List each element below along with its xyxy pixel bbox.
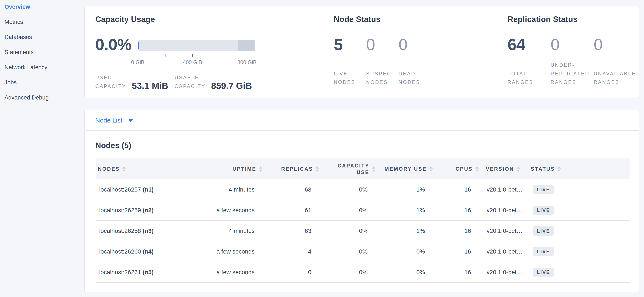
column-label-nodes: NODES — [98, 166, 120, 172]
column-header-version[interactable]: VERSION — [481, 159, 524, 179]
sort-icon[interactable] — [429, 166, 433, 172]
total-ranges-stat: 64 TOTAL RANGES — [508, 38, 548, 86]
column-header-status[interactable]: STATUS — [524, 159, 630, 179]
dead-nodes-stat: 0 DEAD NODES — [398, 38, 431, 86]
capacity-use-cell: 0% — [322, 179, 378, 200]
column-label-replicas: REPLICAS — [281, 166, 313, 172]
sort-icon[interactable] — [316, 166, 319, 172]
capacity-usage-section: Capacity Usage 0.0% 0 GiB 400 GiB 800 Gi… — [95, 15, 334, 98]
replicas-cell: 61 — [265, 200, 322, 221]
table-row-node-1[interactable]: localhost:26257 (n1) 4 minutes 63 0% 1% … — [96, 179, 630, 200]
live-nodes-label-line2: NODES — [334, 78, 366, 86]
status-badge: LIVE — [533, 247, 554, 256]
live-nodes-label-line1: LIVE — [334, 69, 366, 78]
capacity-used-marker — [138, 42, 139, 49]
sidebar-item-network-latency[interactable]: Network Latency — [4, 63, 84, 78]
dead-nodes-label-line1: DEAD — [398, 69, 431, 78]
version-cell: v20.1.0-bet… — [481, 221, 524, 241]
under-replicated-label-line2: REPLICATED — [550, 69, 591, 78]
node-address-cell[interactable]: localhost:26261 (n5) — [96, 262, 207, 283]
version-cell: v20.1.0-bet… — [481, 200, 524, 221]
suspect-nodes-label-line1: SUSPECT — [366, 69, 398, 78]
total-ranges-label-line1: TOTAL — [508, 69, 548, 78]
gauge-tick — [247, 54, 247, 57]
sidebar-item-jobs[interactable]: Jobs — [4, 78, 84, 93]
gauge-tick — [192, 54, 193, 57]
table-row-node-4[interactable]: localhost:26260 (n4) a few seconds 4 0% … — [96, 241, 630, 262]
sort-icon[interactable] — [372, 166, 375, 172]
capacity-use-cell: 0% — [322, 241, 378, 262]
gauge-tick — [138, 54, 138, 57]
column-header-uptime[interactable]: UPTIME — [207, 159, 265, 179]
uptime-cell: 4 minutes — [207, 179, 265, 200]
column-header-memory-use[interactable]: MEMORY USE — [378, 159, 435, 179]
capacity-use-cell: 0% — [322, 221, 378, 241]
column-header-cpus[interactable]: CPUS — [435, 159, 481, 179]
node-address-cell[interactable]: localhost:26257 (n1) — [96, 179, 207, 200]
sidebar-item-advanced-debug[interactable]: Advanced Debug — [4, 93, 84, 108]
used-capacity-stat: USED CAPACITY 53.1 MiB — [95, 73, 168, 90]
replicas-cell: 4 — [265, 241, 322, 262]
usable-capacity-stat: USABLE CAPACITY 859.7 GiB — [175, 73, 252, 90]
cpus-cell: 16 — [435, 179, 481, 200]
cpus-cell: 16 — [435, 200, 481, 221]
sidebar-item-metrics[interactable]: Metrics — [4, 17, 84, 32]
suspect-nodes-label-line2: NODES — [366, 78, 398, 86]
uptime-cell: a few seconds — [207, 262, 265, 283]
table-row-node-3[interactable]: localhost:26258 (n3) 4 minutes 63 0% 1% … — [96, 221, 630, 241]
gauge-tick-label-max: 800 GiB — [237, 59, 256, 65]
sort-icon[interactable] — [517, 166, 520, 172]
under-replicated-ranges-stat: 0 UNDER- REPLICATED RANGES — [550, 38, 591, 86]
gauge-tick-label-mid: 400 GiB — [183, 59, 202, 65]
column-header-capacity-use[interactable]: CAPACITY USE — [322, 159, 378, 179]
sort-icon[interactable] — [122, 166, 126, 172]
column-header-replicas[interactable]: REPLICAS — [265, 159, 322, 179]
sidebar-item-databases[interactable]: Databases — [4, 32, 84, 47]
replication-status-section: Replication Status 64 TOTAL RANGES 0 UND… — [508, 15, 638, 98]
table-row-node-5[interactable]: localhost:26261 (n5) a few seconds 0 0% … — [96, 262, 630, 283]
status-badge: LIVE — [533, 268, 554, 277]
nodes-table: NODES UPTIME REPLICAS — [96, 159, 630, 283]
column-label-version: VERSION — [486, 166, 514, 172]
replicas-cell: 0 — [265, 262, 322, 283]
replicas-cell: 63 — [265, 179, 322, 200]
replicas-cell: 63 — [265, 221, 322, 241]
sidebar: Overview Metrics Databases Statements Ne… — [0, 0, 84, 297]
unavailable-ranges-count: 0 — [594, 38, 636, 51]
suspect-nodes-count: 0 — [366, 38, 398, 51]
memory-use-cell: 1% — [378, 179, 435, 200]
live-nodes-count: 5 — [334, 38, 366, 51]
under-replicated-label-line1: UNDER- — [550, 61, 591, 69]
capacity-gauge: 0 GiB 400 GiB 800 GiB — [138, 40, 255, 51]
dead-nodes-count: 0 — [398, 38, 431, 51]
node-address-cell[interactable]: localhost:26259 (n2) — [96, 200, 207, 221]
node-address-cell[interactable]: localhost:26258 (n3) — [96, 221, 207, 241]
node-address-cell[interactable]: localhost:26260 (n4) — [96, 241, 207, 262]
cpus-cell: 16 — [435, 241, 481, 262]
version-cell: v20.1.0-bet… — [481, 262, 524, 283]
unavailable-ranges-label-line2: RANGES — [594, 78, 636, 86]
capacity-usage-title: Capacity Usage — [95, 15, 334, 24]
suspect-nodes-stat: 0 SUSPECT NODES — [366, 38, 398, 86]
sort-icon[interactable] — [475, 166, 479, 172]
memory-use-cell: 0% — [378, 241, 435, 262]
dead-nodes-label-line2: NODES — [398, 78, 431, 86]
sort-icon[interactable] — [558, 166, 561, 172]
column-label-capacity: CAPACITY — [338, 162, 369, 169]
column-header-nodes[interactable]: NODES — [96, 159, 207, 179]
sidebar-item-overview[interactable]: Overview — [4, 2, 84, 17]
sidebar-item-statements[interactable]: Statements — [4, 47, 84, 63]
column-label-memory-use: MEMORY USE — [384, 166, 427, 172]
table-row-node-2[interactable]: localhost:26259 (n2) a few seconds 61 0%… — [96, 200, 630, 221]
version-cell: v20.1.0-bet… — [481, 179, 524, 200]
node-list-dropdown[interactable]: Node List — [85, 110, 639, 131]
node-status-section: Node Status 5 LIVE NODES 0 SUSPECT NODES… — [334, 15, 508, 98]
total-ranges-label-line2: RANGES — [508, 78, 548, 86]
sort-icon[interactable] — [259, 166, 262, 172]
live-nodes-stat: 5 LIVE NODES — [334, 38, 366, 86]
uptime-cell: a few seconds — [207, 241, 265, 262]
used-capacity-label-line1: USED — [95, 73, 126, 82]
column-label-cpus: CPUS — [456, 166, 473, 172]
nodes-table-heading: Nodes (5) — [95, 141, 639, 150]
cpus-cell: 16 — [435, 262, 481, 283]
